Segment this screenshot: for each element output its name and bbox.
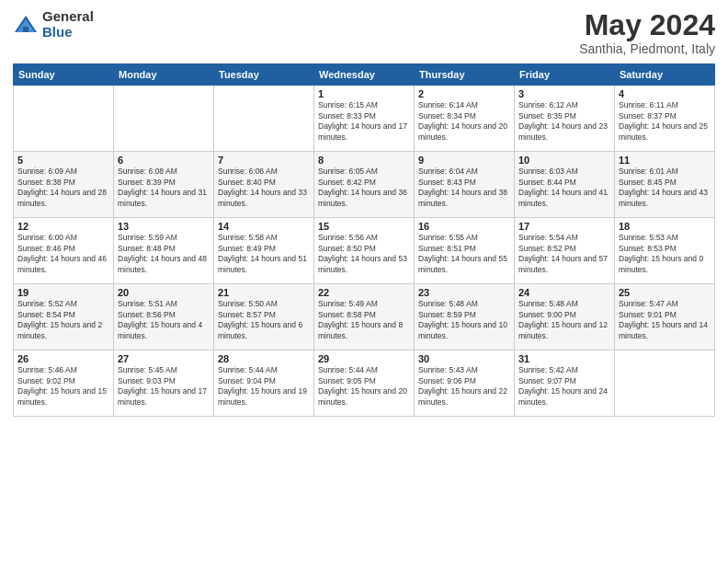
table-row: 28 Sunrise: 5:44 AMSunset: 9:04 PMDaylig…: [214, 350, 314, 417]
day-number: 3: [518, 88, 610, 99]
table-row: 1 Sunrise: 6:15 AMSunset: 8:33 PMDayligh…: [314, 86, 415, 152]
day-info: Sunrise: 6:01 AMSunset: 8:45 PMDaylight:…: [619, 167, 711, 209]
table-row: 4 Sunrise: 6:11 AMSunset: 8:37 PMDayligh…: [615, 86, 715, 152]
day-number: 24: [518, 287, 610, 298]
day-number: 12: [17, 221, 109, 232]
day-number: 6: [118, 155, 210, 166]
table-row: 10 Sunrise: 6:03 AMSunset: 8:44 PMDaylig…: [515, 152, 615, 218]
day-number: 23: [418, 287, 510, 298]
day-number: 4: [619, 88, 711, 99]
day-info: Sunrise: 5:45 AMSunset: 9:03 PMDaylight:…: [118, 365, 210, 408]
day-number: 10: [518, 155, 610, 166]
day-number: 19: [17, 287, 109, 298]
table-row: 17 Sunrise: 5:54 AMSunset: 8:52 PMDaylig…: [515, 218, 615, 284]
logo-icon: [13, 12, 39, 38]
table-row: 31 Sunrise: 5:42 AMSunset: 9:07 PMDaylig…: [515, 350, 615, 417]
day-info: Sunrise: 6:00 AMSunset: 8:46 PMDaylight:…: [17, 233, 109, 275]
day-info: Sunrise: 6:05 AMSunset: 8:42 PMDaylight:…: [318, 167, 410, 209]
col-friday: Friday: [515, 64, 615, 86]
day-info: Sunrise: 5:58 AMSunset: 8:49 PMDaylight:…: [218, 233, 310, 275]
day-info: Sunrise: 6:04 AMSunset: 8:43 PMDaylight:…: [418, 167, 510, 209]
col-saturday: Saturday: [615, 64, 715, 86]
day-number: 17: [518, 221, 610, 232]
day-info: Sunrise: 5:55 AMSunset: 8:51 PMDaylight:…: [418, 233, 510, 275]
header-row: Sunday Monday Tuesday Wednesday Thursday…: [14, 64, 715, 86]
table-row: 23 Sunrise: 5:48 AMSunset: 8:59 PMDaylig…: [415, 284, 515, 350]
col-sunday: Sunday: [14, 64, 114, 86]
table-row: 11 Sunrise: 6:01 AMSunset: 8:45 PMDaylig…: [615, 152, 715, 218]
day-info: Sunrise: 6:12 AMSunset: 8:35 PMDaylight:…: [518, 100, 610, 143]
svg-rect-2: [23, 27, 28, 32]
table-row: 6 Sunrise: 6:08 AMSunset: 8:39 PMDayligh…: [114, 152, 214, 218]
table-row: 12 Sunrise: 6:00 AMSunset: 8:46 PMDaylig…: [14, 218, 114, 284]
table-row: [114, 86, 214, 152]
day-number: 9: [418, 155, 510, 166]
table-row: 26 Sunrise: 5:46 AMSunset: 9:02 PMDaylig…: [14, 350, 114, 417]
day-number: 22: [318, 287, 410, 298]
day-number: 14: [218, 221, 310, 232]
table-row: [214, 86, 314, 152]
day-number: 25: [619, 287, 711, 298]
logo: General Blue: [13, 9, 94, 40]
calendar-week-5: 26 Sunrise: 5:46 AMSunset: 9:02 PMDaylig…: [14, 350, 715, 417]
day-info: Sunrise: 6:09 AMSunset: 8:38 PMDaylight:…: [17, 167, 109, 209]
day-number: 8: [318, 155, 410, 166]
day-info: Sunrise: 6:08 AMSunset: 8:39 PMDaylight:…: [118, 167, 210, 209]
day-number: 29: [318, 353, 410, 364]
table-row: 20 Sunrise: 5:51 AMSunset: 8:56 PMDaylig…: [114, 284, 214, 350]
table-row: [14, 86, 114, 152]
day-info: Sunrise: 5:50 AMSunset: 8:57 PMDaylight:…: [218, 299, 310, 341]
logo-text: General Blue: [42, 9, 94, 40]
day-info: Sunrise: 6:15 AMSunset: 8:33 PMDaylight:…: [318, 100, 410, 143]
table-row: 29 Sunrise: 5:44 AMSunset: 9:05 PMDaylig…: [314, 350, 415, 417]
day-info: Sunrise: 5:49 AMSunset: 8:58 PMDaylight:…: [318, 299, 410, 341]
col-tuesday: Tuesday: [214, 64, 314, 86]
table-row: 7 Sunrise: 6:06 AMSunset: 8:40 PMDayligh…: [214, 152, 314, 218]
day-info: Sunrise: 5:47 AMSunset: 9:01 PMDaylight:…: [619, 299, 711, 341]
day-info: Sunrise: 5:42 AMSunset: 9:07 PMDaylight:…: [518, 365, 610, 408]
day-number: 30: [418, 353, 510, 364]
day-number: 20: [118, 287, 210, 298]
col-wednesday: Wednesday: [314, 64, 415, 86]
day-info: Sunrise: 5:51 AMSunset: 8:56 PMDaylight:…: [118, 299, 210, 341]
day-number: 16: [418, 221, 510, 232]
location-subtitle: Santhia, Piedmont, Italy: [579, 41, 715, 56]
day-info: Sunrise: 6:06 AMSunset: 8:40 PMDaylight:…: [218, 167, 310, 209]
day-number: 18: [619, 221, 711, 232]
day-number: 21: [218, 287, 310, 298]
table-row: 2 Sunrise: 6:14 AMSunset: 8:34 PMDayligh…: [415, 86, 515, 152]
day-info: Sunrise: 5:44 AMSunset: 9:05 PMDaylight:…: [318, 365, 410, 408]
table-row: 22 Sunrise: 5:49 AMSunset: 8:58 PMDaylig…: [314, 284, 415, 350]
day-number: 15: [318, 221, 410, 232]
table-row: 30 Sunrise: 5:43 AMSunset: 9:06 PMDaylig…: [415, 350, 515, 417]
logo-general: General: [42, 9, 94, 25]
calendar-week-2: 5 Sunrise: 6:09 AMSunset: 8:38 PMDayligh…: [14, 152, 715, 218]
day-info: Sunrise: 5:53 AMSunset: 8:53 PMDaylight:…: [619, 233, 711, 275]
day-info: Sunrise: 6:14 AMSunset: 8:34 PMDaylight:…: [418, 100, 510, 143]
table-row: 16 Sunrise: 5:55 AMSunset: 8:51 PMDaylig…: [415, 218, 515, 284]
day-number: 28: [218, 353, 310, 364]
table-row: 8 Sunrise: 6:05 AMSunset: 8:42 PMDayligh…: [314, 152, 415, 218]
col-monday: Monday: [114, 64, 214, 86]
day-info: Sunrise: 5:52 AMSunset: 8:54 PMDaylight:…: [17, 299, 109, 341]
logo-blue: Blue: [42, 25, 94, 40]
calendar-week-1: 1 Sunrise: 6:15 AMSunset: 8:33 PMDayligh…: [14, 86, 715, 152]
title-block: May 2024 Santhia, Piedmont, Italy: [579, 9, 715, 56]
day-number: 13: [118, 221, 210, 232]
day-info: Sunrise: 6:03 AMSunset: 8:44 PMDaylight:…: [518, 167, 610, 209]
day-info: Sunrise: 6:11 AMSunset: 8:37 PMDaylight:…: [619, 100, 711, 143]
header: General Blue May 2024 Santhia, Piedmont,…: [13, 9, 715, 56]
day-info: Sunrise: 5:48 AMSunset: 8:59 PMDaylight:…: [418, 299, 510, 341]
day-info: Sunrise: 5:59 AMSunset: 8:48 PMDaylight:…: [118, 233, 210, 275]
day-info: Sunrise: 5:46 AMSunset: 9:02 PMDaylight:…: [17, 365, 109, 408]
day-info: Sunrise: 5:44 AMSunset: 9:04 PMDaylight:…: [218, 365, 310, 408]
table-row: [615, 350, 715, 417]
day-number: 31: [518, 353, 610, 364]
table-row: 18 Sunrise: 5:53 AMSunset: 8:53 PMDaylig…: [615, 218, 715, 284]
table-row: 27 Sunrise: 5:45 AMSunset: 9:03 PMDaylig…: [114, 350, 214, 417]
table-row: 3 Sunrise: 6:12 AMSunset: 8:35 PMDayligh…: [515, 86, 615, 152]
table-row: 21 Sunrise: 5:50 AMSunset: 8:57 PMDaylig…: [214, 284, 314, 350]
col-thursday: Thursday: [415, 64, 515, 86]
day-number: 1: [318, 88, 410, 99]
table-row: 9 Sunrise: 6:04 AMSunset: 8:43 PMDayligh…: [415, 152, 515, 218]
